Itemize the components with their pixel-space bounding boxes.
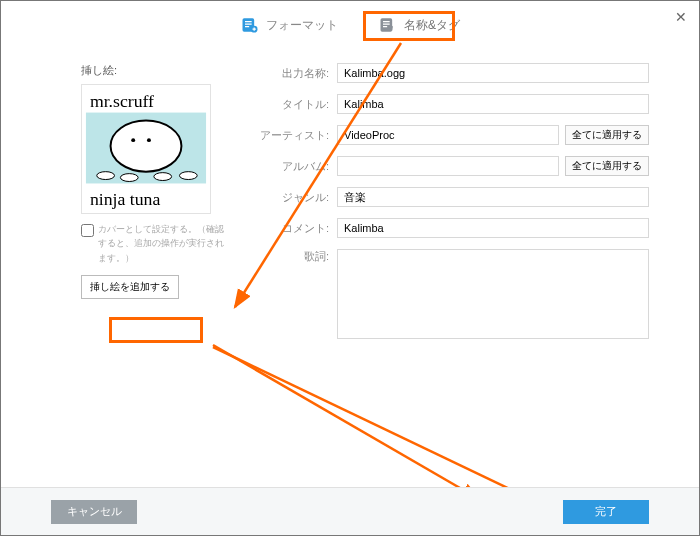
tab-name-tags-label: 名称&タグ — [404, 17, 460, 34]
tab-format-label: フォーマット — [266, 17, 338, 34]
comment-label: コメント: — [257, 221, 337, 236]
artist-label: アーティスト: — [257, 128, 337, 143]
tab-name-tags[interactable]: 名称&タグ — [378, 15, 460, 35]
svg-point-7 — [147, 138, 151, 142]
svg-point-5 — [111, 120, 182, 171]
cancel-button[interactable]: キャンセル — [51, 500, 137, 524]
apply-all-artist-button[interactable]: 全てに適用する — [565, 125, 649, 145]
cover-checkbox[interactable] — [81, 224, 94, 237]
svg-point-11 — [179, 172, 197, 180]
svg-rect-2 — [380, 18, 392, 31]
svg-line-14 — [213, 347, 539, 503]
lyrics-label: 歌詞: — [257, 249, 337, 264]
close-button[interactable]: ✕ — [675, 9, 687, 25]
svg-point-9 — [120, 174, 138, 182]
lyrics-textarea[interactable] — [337, 249, 649, 339]
artwork-label: 挿し絵: — [81, 63, 231, 78]
svg-point-6 — [131, 138, 135, 142]
output-name-label: 出力名称: — [257, 66, 337, 81]
tab-format[interactable]: フォーマット — [240, 15, 338, 35]
format-icon — [240, 15, 260, 35]
artwork-thumbnail[interactable]: mr.scruff ninja tuna — [81, 84, 211, 214]
svg-point-8 — [97, 172, 115, 180]
tab-bar: フォーマット 名称&タグ — [1, 1, 699, 43]
add-artwork-button[interactable]: 挿し絵を追加する — [81, 275, 179, 299]
comment-input[interactable] — [337, 218, 649, 238]
svg-point-10 — [154, 173, 172, 181]
cover-option-text: カバーとして設定する。（確認すると、追加の操作が実行されます。） — [98, 222, 231, 265]
artwork-title-bottom: ninja tuna — [90, 189, 161, 209]
footer: キャンセル 完了 — [1, 487, 699, 535]
done-button[interactable]: 完了 — [563, 500, 649, 524]
genre-input[interactable] — [337, 187, 649, 207]
svg-line-13 — [213, 345, 479, 499]
album-input[interactable] — [337, 156, 559, 176]
album-label: アルバム: — [257, 159, 337, 174]
apply-all-album-button[interactable]: 全てに適用する — [565, 156, 649, 176]
title-input[interactable] — [337, 94, 649, 114]
name-tags-icon — [378, 15, 398, 35]
artist-input[interactable] — [337, 125, 559, 145]
genre-label: ジャンル: — [257, 190, 337, 205]
title-label: タイトル: — [257, 97, 337, 112]
output-name-input[interactable] — [337, 63, 649, 83]
cover-option[interactable]: カバーとして設定する。（確認すると、追加の操作が実行されます。） — [81, 222, 231, 265]
artwork-title-top: mr.scruff — [90, 91, 154, 111]
